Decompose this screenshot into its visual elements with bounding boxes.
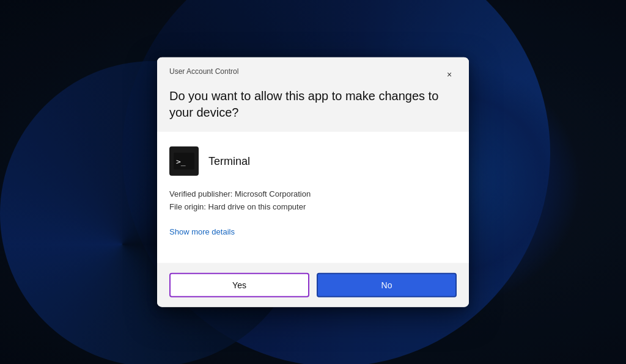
terminal-icon: >_ — [174, 153, 194, 170]
dialog-title: User Account Control — [169, 67, 238, 76]
publisher-text: Verified publisher: Microsoft Corporatio… — [169, 188, 457, 201]
publisher-info: Verified publisher: Microsoft Corporatio… — [169, 188, 457, 214]
app-icon: >_ — [169, 147, 199, 176]
app-row: >_ Terminal — [169, 147, 457, 176]
uac-dialog: User Account Control × Do you want to al… — [157, 57, 469, 307]
show-more-details-link[interactable]: Show more details — [169, 227, 235, 236]
dialog-question-text: Do you want to allow this app to make ch… — [169, 88, 457, 121]
dialog-question-area: Do you want to allow this app to make ch… — [157, 82, 469, 132]
file-origin-text: File origin: Hard drive on this computer — [169, 201, 457, 214]
yes-button[interactable]: Yes — [169, 272, 309, 297]
dialog-header: User Account Control × — [157, 57, 469, 82]
app-name-label: Terminal — [208, 155, 250, 167]
dialog-footer: Yes No — [157, 263, 469, 307]
close-button[interactable]: × — [442, 67, 457, 82]
dialog-body: >_ Terminal Verified publisher: Microsof… — [157, 132, 469, 263]
no-button[interactable]: No — [317, 272, 457, 297]
svg-text:>_: >_ — [176, 157, 186, 166]
